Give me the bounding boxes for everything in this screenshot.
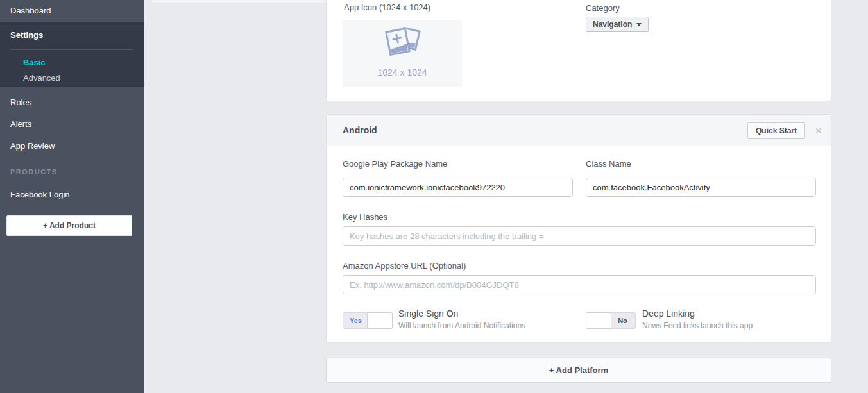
sidebar-item-label: Roles bbox=[10, 97, 31, 107]
category-dropdown-value: Navigation bbox=[593, 17, 632, 31]
app-icon-upload-area[interactable]: 1024 x 1024 bbox=[343, 20, 462, 87]
key-hashes-label: Key Hashes bbox=[343, 212, 387, 222]
category-dropdown[interactable]: Navigation bbox=[586, 17, 649, 32]
class-name-input[interactable] bbox=[586, 178, 816, 197]
sidebar-settings-section: Settings Basic Advanced bbox=[0, 22, 144, 87]
package-name-input[interactable] bbox=[343, 178, 573, 197]
divider bbox=[10, 49, 133, 50]
amazon-url-input[interactable] bbox=[343, 275, 816, 294]
single-sign-on-toggle[interactable]: Yes bbox=[343, 312, 393, 329]
quick-start-button[interactable]: Quick Start bbox=[747, 122, 805, 139]
chevron-down-icon bbox=[636, 23, 642, 26]
products-section-header: PRODUCTS bbox=[10, 168, 58, 176]
toggle-knob bbox=[367, 312, 393, 329]
sidebar-item-roles[interactable]: Roles bbox=[0, 92, 144, 113]
sidebar-item-label: Dashboard bbox=[10, 6, 51, 15]
toggle-state-label: Yes bbox=[343, 313, 368, 328]
android-panel-header: Android Quick Start × bbox=[327, 115, 831, 146]
close-icon[interactable]: × bbox=[815, 122, 822, 139]
single-sign-on-description: Will launch from Android Notifications bbox=[398, 321, 525, 330]
android-panel-title: Android bbox=[343, 115, 377, 146]
class-name-label: Class Name bbox=[586, 159, 631, 169]
deep-linking-label: Deep Linking bbox=[642, 308, 695, 319]
scrolled-card-edge bbox=[152, 0, 326, 3]
sidebar-item-settings[interactable]: Settings bbox=[10, 26, 155, 44]
category-label: Category bbox=[586, 3, 620, 13]
single-sign-on-label: Single Sign On bbox=[398, 308, 458, 319]
sidebar-item-facebook-login[interactable]: Facebook Login bbox=[0, 184, 144, 206]
sidebar-item-dashboard[interactable]: Dashboard bbox=[0, 0, 144, 22]
package-name-label: Google Play Package Name bbox=[343, 159, 447, 169]
amazon-url-label: Amazon Appstore URL (Optional) bbox=[343, 261, 466, 271]
sidebar-item-label: Basic bbox=[23, 58, 46, 67]
sidebar-item-settings-basic[interactable]: Basic bbox=[23, 56, 46, 69]
sidebar-item-label: Facebook Login bbox=[10, 190, 70, 199]
app-icon-size-text: 1024 x 1024 bbox=[343, 67, 462, 78]
add-product-button[interactable]: + Add Product bbox=[6, 215, 132, 236]
key-hashes-input[interactable] bbox=[343, 226, 816, 246]
toggle-state-label: No bbox=[610, 313, 635, 328]
toggle-knob bbox=[586, 312, 611, 329]
sidebar-item-label: Alerts bbox=[10, 119, 31, 129]
add-platform-button[interactable]: + Add Platform bbox=[326, 358, 831, 383]
sidebar-item-label: Advanced bbox=[23, 73, 60, 83]
sidebar-item-label: App Review bbox=[10, 141, 55, 151]
basic-settings-panel: App Icon (1024 x 1024) 1024 x 1024 Categ… bbox=[326, 0, 831, 101]
sidebar-item-app-review[interactable]: App Review bbox=[0, 135, 144, 157]
deep-linking-description: News Feed links launch this app bbox=[642, 321, 753, 330]
android-platform-panel: Android Quick Start × Google Play Packag… bbox=[326, 114, 831, 343]
sidebar: Dashboard Settings Basic Advanced Roles … bbox=[0, 0, 144, 393]
sidebar-item-alerts[interactable]: Alerts bbox=[0, 113, 144, 135]
sidebar-item-settings-advanced[interactable]: Advanced bbox=[23, 72, 60, 85]
app-icon-label: App Icon (1024 x 1024) bbox=[344, 3, 430, 12]
sidebar-item-label: Settings bbox=[10, 30, 43, 40]
deep-linking-toggle[interactable]: No bbox=[586, 312, 636, 329]
photo-plus-icon bbox=[382, 25, 423, 62]
